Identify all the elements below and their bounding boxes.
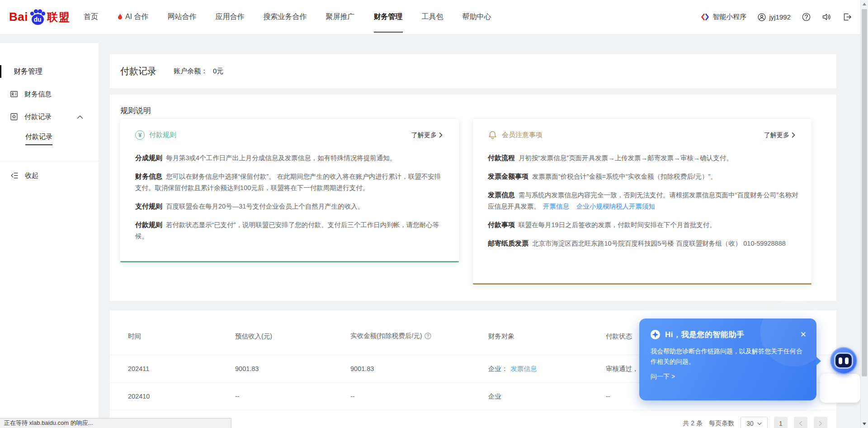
nav-item-6[interactable]: 财务管理 xyxy=(364,0,412,34)
table-column-label: 预估收入(元) xyxy=(235,333,272,340)
page-size-value: 30 xyxy=(746,420,754,427)
top-navbar: Bai du 联盟 首页AI 合作网站合作应用合作搜索业务合作聚屏推广财务管理工… xyxy=(0,0,868,34)
chevron-up-icon[interactable] xyxy=(77,115,83,119)
nav-item-4[interactable]: 搜索业务合作 xyxy=(254,0,316,34)
nav-item-label: 帮助中心 xyxy=(462,12,491,22)
page-size-select[interactable]: 30 xyxy=(741,417,768,428)
learn-more-link[interactable]: 了解更多 xyxy=(411,131,443,139)
nav-item-5[interactable]: 聚屏推广 xyxy=(316,0,364,34)
logo-text-du: du xyxy=(33,16,41,23)
navbar-right: 智能小程序 jyj1992 xyxy=(701,13,868,21)
rule-item: 发票金额事项发票票面“价税合计”金额=系统中“实收金额（扣除税费后/元）”。 xyxy=(488,171,799,182)
user-icon xyxy=(758,13,766,21)
table-column-header: 预估收入(元) xyxy=(235,310,350,355)
sidebar-section-finance[interactable]: 财务管理 xyxy=(0,65,99,78)
scrollbar[interactable] xyxy=(860,0,868,428)
sound-icon[interactable] xyxy=(822,13,831,21)
page-root: Bai du 联盟 首页AI 合作网站合作应用合作搜索业务合作聚屏推广财务管理工… xyxy=(0,0,868,428)
cell-time: 202411 xyxy=(110,355,235,383)
payment-rules-header: ¥ 付款规则 了解更多 xyxy=(120,119,459,140)
page-title: 付款记录 xyxy=(120,65,156,77)
sidebar-item-label: 付款记录 xyxy=(24,113,52,121)
rule-item-text: 发票票面“价税合计”金额=系统中“实收金额（扣除税费后/元）”。 xyxy=(532,173,717,180)
cell-actual-amount-value: 9001.83 xyxy=(350,365,374,372)
cell-actual-amount: -- xyxy=(350,383,488,410)
help-icon[interactable] xyxy=(802,13,811,21)
cell-payment-status-value: 审核通过， xyxy=(606,365,639,372)
close-icon[interactable]: ✕ xyxy=(800,331,807,338)
cell-time-value: 202411 xyxy=(128,365,149,372)
nav-item-8[interactable]: 帮助中心 xyxy=(453,0,501,34)
rule-link[interactable]: 企业小规模纳税人开票须知 xyxy=(576,203,655,210)
mini-program-label: 智能小程序 xyxy=(712,13,746,21)
scrollbar-thumb[interactable] xyxy=(862,9,867,376)
sidebar-subitem-label: 付款记录 xyxy=(25,133,52,145)
cell-finance-target-value: 企业 xyxy=(488,393,501,400)
rule-item: 邮寄纸质发票北京市海淀区西北旺东路10号院百度科技园5号楼 百度联盟财务组（收）… xyxy=(488,238,799,249)
learn-more-label: 了解更多 xyxy=(411,131,437,139)
sidebar-item-finance-info[interactable]: 财务信息 xyxy=(0,87,99,101)
rule-link[interactable]: 开票信息 xyxy=(543,203,569,210)
page-size-label: 每页条数 xyxy=(709,419,734,428)
finance-info-icon xyxy=(10,90,18,98)
compass-icon xyxy=(650,329,660,340)
cell-estimated-income-value: -- xyxy=(235,393,240,400)
flame-icon xyxy=(117,14,123,20)
rule-item: 支付规则百度联盟会在每月20号—31号支付企业会员上个自然月产生的收入。 xyxy=(135,200,446,212)
logout-icon[interactable] xyxy=(843,13,852,21)
rule-item: 付款规则若付款状态显示“已支付”，说明联盟已安排了您的付款。支付后三个工作日内到… xyxy=(135,219,446,242)
current-page[interactable]: 1 xyxy=(774,417,788,428)
chevron-left-icon xyxy=(799,421,802,426)
popup-arrow xyxy=(816,357,821,366)
rule-item-text: 北京市海淀区西北旺东路10号院百度科技园5号楼 百度联盟财务组（收） 010-5… xyxy=(532,240,786,247)
scroll-up-arrow[interactable] xyxy=(863,3,866,5)
cell-estimated-income: -- xyxy=(235,383,350,410)
nav-item-2[interactable]: 网站合作 xyxy=(158,0,206,34)
bell-icon xyxy=(488,130,497,140)
cell-actual-amount: 9001.83 xyxy=(350,355,488,383)
chevron-down-icon xyxy=(757,422,762,425)
mini-program-link[interactable]: 智能小程序 xyxy=(701,13,746,21)
total-count: 共 2 条 xyxy=(683,419,703,428)
rule-item-text: 联盟在每月19日之后签收的发票，付款时间安排在下个月首批支付。 xyxy=(519,221,716,228)
nav-item-7[interactable]: 工具包 xyxy=(412,0,453,34)
sidebar-subitem-payment-record[interactable]: 付款记录 xyxy=(0,132,99,146)
sidebar-collapse-button[interactable]: 收起 xyxy=(0,169,99,182)
next-page-button[interactable] xyxy=(814,417,827,428)
invoice-info-link[interactable]: 发票信息 xyxy=(511,365,537,372)
robot-eye xyxy=(839,357,842,364)
help-circle-icon[interactable] xyxy=(425,333,431,341)
scroll-down-arrow[interactable] xyxy=(863,423,866,425)
balance-label: 账户余额： xyxy=(174,67,208,76)
cell-estimated-income-value: 9001.83 xyxy=(235,365,259,372)
rules-section-card: 规则说明 ¥ 付款规则 了解更多 分成规则每月第3或4个工作日产出上月分成信息及… xyxy=(110,95,836,301)
nav-item-label: 工具包 xyxy=(422,12,443,22)
learn-more-label: 了解更多 xyxy=(764,131,789,139)
cell-finance-target: 企业：发票信息 xyxy=(488,355,606,383)
rule-item: 财务信息您可以在财务信息中选择“保留付款”。 在此期间您产生的收入将在账户内进行… xyxy=(135,171,446,194)
cell-time: 202410 xyxy=(110,383,235,410)
ask-now-link[interactable]: 问一下 > xyxy=(639,367,816,381)
user-menu[interactable]: jyj1992 xyxy=(758,13,791,21)
assistant-robot-button[interactable] xyxy=(830,347,857,374)
nav-item-3[interactable]: 应用合作 xyxy=(206,0,254,34)
assistant-widget-card xyxy=(820,374,860,403)
sidebar-divider xyxy=(0,161,99,162)
baidu-union-logo[interactable]: Bai du 联盟 xyxy=(9,8,71,26)
nav-item-0[interactable]: 首页 xyxy=(74,0,108,34)
payment-rules-items: 分成规则每月第3或4个工作日产出上月分成信息及发票信息，如有特殊情况将提前通知。… xyxy=(120,140,459,242)
nav-item-1[interactable]: AI 合作 xyxy=(108,0,158,34)
robot-face-icon xyxy=(835,354,852,367)
pagination: 共 2 条 每页条数 30 1 xyxy=(683,414,827,428)
learn-more-link[interactable]: 了解更多 xyxy=(764,131,795,139)
popup-body-text: 我会帮助您诊断合作链路问题，以及解答您关于任何合作相关的问题。 xyxy=(639,340,816,367)
rule-item-text: 您可以在财务信息中选择“保留付款”。 在此期间您产生的收入将在账户内进行累计，联… xyxy=(135,173,441,191)
sidebar-section-label: 财务管理 xyxy=(14,67,42,76)
table-column-header: 实收金额(扣除税费后/元) xyxy=(350,310,488,355)
sidebar-item-payment-record[interactable]: 付款记录 xyxy=(0,110,99,124)
prev-page-button[interactable] xyxy=(794,417,807,428)
cell-payment-status-value: -- xyxy=(606,393,610,400)
page-header-card: 付款记录 账户余额： 0元 xyxy=(110,54,836,88)
sidebar: 财务管理 财务信息 付款记录 付款记录 xyxy=(0,43,99,428)
payment-rules-card: ¥ 付款规则 了解更多 分成规则每月第3或4个工作日产出上月分成信息及发票信息，… xyxy=(120,119,459,262)
